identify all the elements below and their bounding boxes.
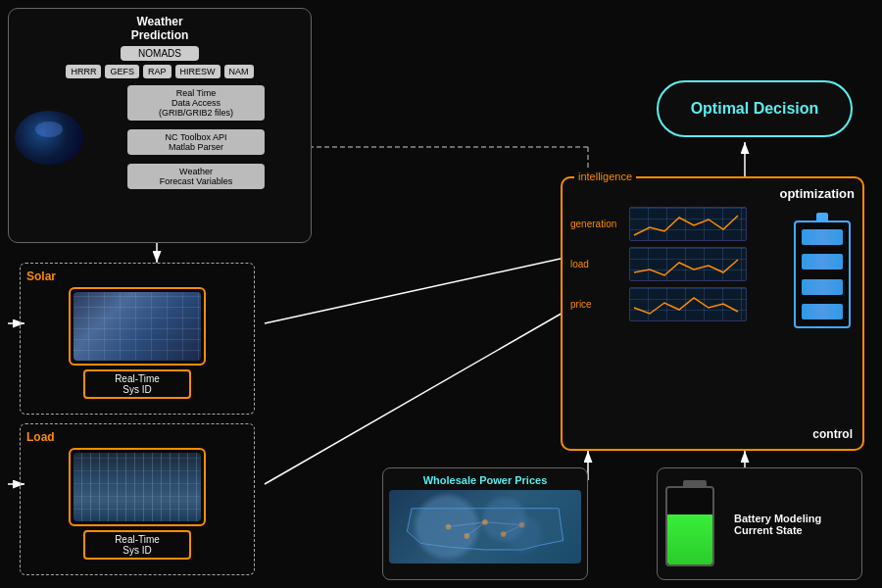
generation-label: generation xyxy=(570,219,629,229)
generation-chart xyxy=(629,207,747,241)
satellite-image xyxy=(15,111,83,165)
svg-line-22 xyxy=(504,525,522,534)
optimal-decision-text: Optimal Decision xyxy=(691,100,819,118)
battery-title: Battery ModelingCurrent State xyxy=(734,513,821,536)
info-boxes: Real TimeData Access(GRIB/GRIB2 files) N… xyxy=(87,82,305,192)
load-chart-label: load xyxy=(570,259,629,270)
battery-fill xyxy=(667,514,712,564)
load-chart xyxy=(629,247,747,281)
model-hrrr: HRRR xyxy=(66,65,101,78)
wholesale-box: Wholesale Power Prices xyxy=(382,467,588,580)
load-sysid-box: Real-TimeSys ID xyxy=(83,530,191,560)
svg-point-14 xyxy=(446,524,452,530)
svg-line-19 xyxy=(449,522,486,527)
solar-section: Solar Real-TimeSys ID xyxy=(20,263,255,415)
data-access-box: Real TimeData Access(GRIB/GRIB2 files) xyxy=(127,85,265,121)
model-hiresw: HIRESW xyxy=(175,65,220,78)
optimization-label: optimization xyxy=(570,186,855,201)
optimal-decision-box: Optimal Decision xyxy=(657,80,853,137)
intelligence-label: intelligence xyxy=(574,171,636,182)
wholesale-title: Wholesale Power Prices xyxy=(389,474,581,486)
svg-line-9 xyxy=(265,304,578,484)
load-label: Load xyxy=(26,430,248,444)
intelligence-box: intelligence optimization generation loa… xyxy=(561,176,864,451)
svg-point-17 xyxy=(501,531,507,537)
load-section: Load Real-TimeSys ID xyxy=(20,423,255,575)
weather-bottom-row: Real TimeData Access(GRIB/GRIB2 files) N… xyxy=(15,82,305,192)
model-rap: RAP xyxy=(143,65,172,78)
control-label: control xyxy=(812,427,853,441)
svg-line-21 xyxy=(466,522,485,536)
solar-sysid-text: Real-TimeSys ID xyxy=(91,373,183,395)
nomads-label: NOMADS xyxy=(121,46,199,61)
svg-point-16 xyxy=(519,522,525,528)
price-label: price xyxy=(570,299,629,310)
svg-line-8 xyxy=(265,255,578,323)
toolbox-box: NC Toolbox APIMatlab Parser xyxy=(127,129,265,155)
model-row: HRRR GEFS RAP HIRESW NAM xyxy=(15,65,305,78)
battery-cap xyxy=(683,480,707,486)
battery-body xyxy=(665,486,714,566)
price-chart xyxy=(629,287,747,321)
solar-panel-image xyxy=(74,292,201,361)
weather-title: WeatherPrediction xyxy=(15,15,305,42)
load-sysid-text: Real-TimeSys ID xyxy=(91,534,183,556)
wholesale-map xyxy=(389,490,581,564)
building-image xyxy=(74,453,201,521)
model-gefs: GEFS xyxy=(105,65,139,78)
weather-prediction-box: WeatherPrediction NOMADS HRRR GEFS RAP H… xyxy=(8,8,312,243)
battery-icon xyxy=(665,480,724,568)
svg-point-18 xyxy=(464,533,469,539)
solar-sysid-box: Real-TimeSys ID xyxy=(83,369,191,399)
svg-line-20 xyxy=(485,522,522,525)
model-nam: NAM xyxy=(224,65,254,78)
forecast-box: WeatherForecast Variables xyxy=(127,164,265,189)
solar-label: Solar xyxy=(26,270,248,283)
battery-modeling-box: Battery ModelingCurrent State xyxy=(657,467,862,580)
svg-point-15 xyxy=(482,519,488,525)
